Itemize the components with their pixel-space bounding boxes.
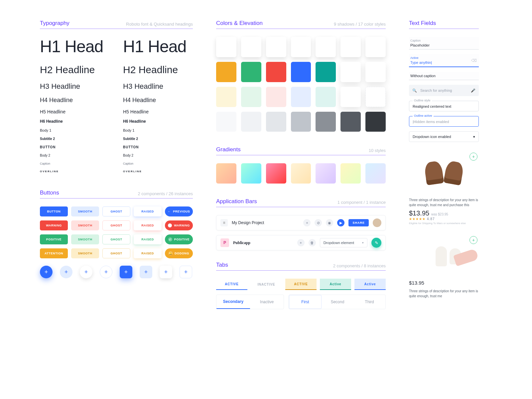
fab-square-filled[interactable]: +	[120, 266, 132, 278]
elevation-swatch	[340, 37, 361, 57]
arrow-left-icon: ←	[168, 210, 171, 213]
color-swatch	[340, 112, 361, 132]
button-ghost-blue[interactable]: GHOST	[102, 206, 130, 216]
add-icon[interactable]: +	[303, 219, 311, 226]
button-raised-green[interactable]: RAISED	[134, 234, 162, 244]
color-swatch	[365, 62, 386, 82]
trash-icon[interactable]: 🗑	[309, 239, 316, 246]
button-raised-red[interactable]: RAISED	[134, 220, 162, 230]
textfields-title: Text Fields	[409, 20, 436, 27]
appbars-subtitle: 1 component / 1 instance	[337, 200, 386, 205]
vase-icon	[436, 246, 447, 266]
button-dodong[interactable]: 🔔DODONG	[165, 248, 193, 258]
tab-first[interactable]: First	[289, 295, 322, 309]
colors-subtitle: 9 shadows / 17 color styles	[334, 22, 386, 27]
gradients-head: Gradients 10 styles	[216, 146, 386, 155]
fab-circle-outline[interactable]: +	[100, 266, 112, 278]
textfields-head: Text Fields	[409, 20, 479, 29]
color-swatch	[340, 87, 361, 107]
button-smooth-red[interactable]: SMOOTH	[71, 220, 99, 230]
button-warning-pill[interactable]: !WARNING	[165, 220, 193, 230]
sample-button-text-alt: BUTTON	[123, 145, 193, 149]
textfield-outline-active[interactable]: |Hidden items enabled	[409, 116, 479, 127]
color-swatch	[216, 62, 236, 82]
button-raised-amber[interactable]: RAISED	[134, 248, 162, 258]
button-smooth-blue[interactable]: SMOOTH	[71, 206, 99, 216]
color-swatch	[241, 87, 261, 107]
edit-fab[interactable]: ✎	[371, 238, 381, 248]
elevation-swatch	[266, 37, 286, 57]
search-placeholder: Search for anything	[420, 88, 452, 92]
sample-body1-alt: Body 1	[123, 128, 193, 132]
appbar-dropdown[interactable]: Dropdown element	[320, 238, 367, 247]
product-eligible: Eligible for Shipping To Mars or somewhe…	[409, 222, 479, 225]
sample-subtitle2: Subtitle 2	[40, 137, 110, 141]
product-image-2	[409, 235, 479, 278]
tab-active-teal[interactable]: Active	[320, 279, 351, 290]
textfield-nocaption[interactable]: Without caption	[409, 72, 479, 80]
fab-circle-filled[interactable]: +	[40, 266, 53, 278]
tab-inactive-2[interactable]: Inactive	[250, 295, 284, 309]
tab-secondary[interactable]: Secondary	[216, 295, 250, 309]
fab-square-tint[interactable]: +	[140, 266, 152, 278]
play-icon[interactable]: ▶	[337, 219, 344, 226]
add-to-cart-icon-2[interactable]: +	[469, 236, 477, 244]
button-smooth-amber[interactable]: SMOOTH	[71, 248, 99, 258]
search-input[interactable]: 🔍 Search for anything 🎤	[409, 85, 479, 96]
textfield-active[interactable]: Active Type anythin| ⌫	[409, 54, 479, 67]
fab-circle-tint[interactable]: +	[60, 266, 72, 278]
buttons-subtitle: 2 components / 26 instances	[138, 191, 193, 196]
share-button[interactable]: SHARE	[348, 219, 369, 226]
button-ghost-green[interactable]: GHOST	[102, 234, 130, 244]
avatar[interactable]	[373, 218, 381, 227]
colors-head: Colors & Elevation 9 shadows / 17 color …	[216, 20, 386, 29]
button-positive-pill[interactable]: ✓POSITIVE	[165, 234, 193, 244]
tab-inactive[interactable]: INACTIVE	[251, 279, 282, 290]
color-swatch	[241, 62, 261, 82]
button-attention[interactable]: ATTENTION	[40, 248, 68, 258]
button-previous[interactable]: ←PREVIOUS	[165, 206, 193, 216]
field-value-active: Type anythin|	[410, 61, 432, 65]
add-to-cart-icon[interactable]: +	[469, 153, 477, 161]
add-icon-2[interactable]: +	[297, 239, 305, 246]
sample-body1: Body 1	[40, 128, 110, 132]
tabs-title: Tabs	[216, 262, 228, 268]
sample-h5: H5 Headline	[40, 109, 110, 114]
tab-active-amber[interactable]: ACTIVE	[285, 279, 317, 290]
button-ghost-red[interactable]: GHOST	[102, 220, 130, 230]
tab-active[interactable]: ACTIVE	[216, 279, 247, 290]
tab-second[interactable]: Second	[322, 295, 353, 309]
textfield-outline[interactable]: Realigned centered text	[409, 101, 479, 111]
button-smooth-green[interactable]: SMOOTH	[71, 234, 99, 244]
button-primary[interactable]: BUTTON	[40, 206, 68, 216]
product-card-boots[interactable]: + Three strings of description for your …	[409, 151, 479, 225]
search-icon: 🔍	[412, 88, 417, 93]
dropdown-field[interactable]: Dropdown icon enabled ▾	[409, 131, 479, 142]
eye-icon[interactable]: ◉	[326, 219, 333, 226]
tab-active-sky[interactable]: Active	[354, 279, 386, 290]
button-raised-blue[interactable]: RAISED	[134, 206, 162, 216]
sample-caption-alt: Caption	[123, 162, 193, 165]
button-warning[interactable]: WARNING	[40, 220, 68, 230]
typography-subtitle: Roboto font & Quicksand headings	[126, 22, 193, 27]
typography-title: Typography	[40, 20, 69, 27]
textfield-caption[interactable]: Caption Placeholder	[409, 37, 479, 50]
menu-icon[interactable]: ≡	[220, 219, 228, 226]
clear-icon[interactable]: ⌫	[471, 58, 477, 63]
compass-icon[interactable]: ⊘	[315, 219, 322, 226]
product-rating: ★★★★★4.87	[409, 217, 479, 221]
product-description-2: Three strings of description for your an…	[409, 289, 479, 299]
product-card-vase[interactable]: + $13.95 Three strings of description fo…	[409, 235, 479, 299]
tab-third[interactable]: Third	[353, 295, 385, 309]
fab-square-raised[interactable]: +	[160, 266, 172, 278]
button-positive[interactable]: POSITIVE	[40, 234, 68, 244]
fab-square-outline[interactable]: +	[180, 266, 192, 278]
appbar-title: My Design Project	[232, 220, 264, 225]
sample-h5-alt: H5 Headline	[123, 109, 193, 114]
sample-h6-alt: H6 Headline	[123, 119, 193, 124]
mic-icon[interactable]: 🎤	[471, 88, 475, 93]
sample-h4-alt: H4 Headline	[123, 97, 193, 104]
check-icon: ✓	[168, 237, 172, 241]
button-ghost-amber[interactable]: GHOST	[102, 248, 130, 258]
fab-circle-raised[interactable]: +	[80, 266, 92, 278]
